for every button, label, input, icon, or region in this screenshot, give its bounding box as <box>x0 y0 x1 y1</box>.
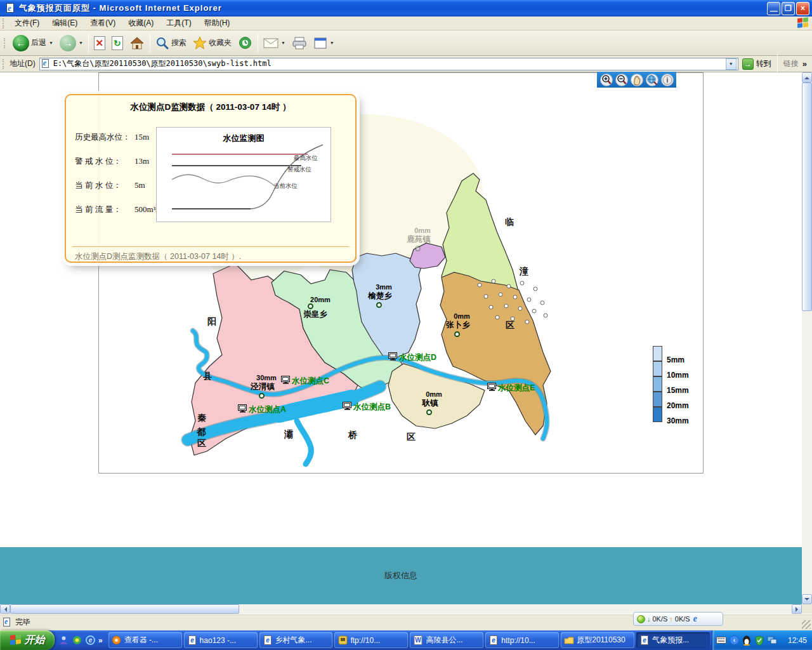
menu-item[interactable]: 工具(T) <box>160 16 197 30</box>
taskbar-task[interactable]: ehao123 -... <box>184 632 258 648</box>
links-label[interactable]: 链接 <box>783 58 799 69</box>
word-icon: W <box>413 635 423 646</box>
quick-launch: e » <box>55 630 107 650</box>
popup-field-value: 5m <box>134 180 145 190</box>
pan-button[interactable] <box>631 74 643 86</box>
zoom-out-button[interactable] <box>615 74 628 86</box>
water-station-marker[interactable]: 水位测点C <box>281 375 329 387</box>
computer-icon <box>281 376 291 384</box>
taskbar-task[interactable]: W高陵县公... <box>410 632 483 648</box>
water-station-label: 水位测点B <box>353 402 391 413</box>
history-button[interactable] <box>235 32 256 54</box>
folder-icon <box>564 635 574 646</box>
menu-item[interactable]: 收藏(A) <box>122 16 160 30</box>
printer-icon <box>292 36 307 50</box>
taskbar-task[interactable]: ehttp://10... <box>485 632 559 648</box>
browser-icon[interactable] <box>72 635 82 646</box>
shield-icon[interactable] <box>754 635 764 646</box>
home-button[interactable] <box>126 32 148 54</box>
legend-label: 5mm <box>667 355 684 364</box>
water-station-marker[interactable]: 水位测点A <box>238 404 286 415</box>
mail-button[interactable]: ▼ <box>260 32 289 54</box>
task-title: ftp://10... <box>350 636 380 645</box>
menu-item[interactable]: 查看(V) <box>84 16 122 30</box>
resize-grip[interactable] <box>802 620 811 629</box>
ie-icon[interactable]: e <box>85 635 96 646</box>
stop-button[interactable]: ✕ <box>91 32 108 54</box>
town-dot <box>454 331 460 337</box>
refresh-button[interactable]: ↻ <box>108 32 126 54</box>
maximize-button[interactable]: ❐ <box>782 2 795 15</box>
water-station-marker[interactable]: 水位测点B <box>343 401 391 413</box>
back-button[interactable]: ← 后退 ▼ <box>10 32 56 54</box>
page-icon: e <box>41 59 51 69</box>
chevron-more-icon[interactable]: » <box>802 59 807 69</box>
taskbar-task[interactable]: ftp://10... <box>334 632 408 648</box>
qq-icon[interactable] <box>742 635 752 646</box>
chevron-more-icon[interactable]: » <box>98 636 103 645</box>
go-button[interactable]: → 转到 <box>742 58 771 70</box>
legend-swatch <box>653 361 662 376</box>
town-rainfall-value: 0mm <box>426 390 442 398</box>
zoom-in-button[interactable] <box>600 74 613 86</box>
start-button[interactable]: 开始 <box>0 630 55 650</box>
keyboard-icon[interactable] <box>716 635 726 646</box>
town-dot <box>415 246 421 251</box>
chart-line-label: 当前水位 <box>273 182 298 190</box>
download-arrow-icon: ↓ <box>647 615 651 623</box>
water-station-marker[interactable]: 水位测点D <box>388 352 436 363</box>
task-title: 气象预报... <box>652 635 689 646</box>
scroll-right-button[interactable] <box>792 604 802 614</box>
download-speed: 0K/S <box>653 615 668 623</box>
horizontal-scroll-thumb[interactable] <box>10 604 239 614</box>
full-extent-button[interactable] <box>646 74 658 86</box>
chevron-down-icon: ▼ <box>49 41 53 45</box>
legend-swatch <box>653 346 662 361</box>
forward-button[interactable]: → ▼ <box>56 32 86 54</box>
taskbar-task[interactable]: e气象预报... <box>636 632 710 648</box>
chart-line-label: 警戒水位 <box>287 166 311 174</box>
address-dropdown-button[interactable]: ▼ <box>726 58 737 70</box>
print-button[interactable] <box>289 32 310 54</box>
minimize-button[interactable]: — <box>767 2 780 15</box>
district-label: 秦 <box>197 413 206 424</box>
toolbar-separator <box>258 34 258 53</box>
taskbar-task[interactable]: 原型20110530 <box>561 632 634 648</box>
scroll-up-button[interactable] <box>802 72 812 83</box>
water-station-label: 水位测点A <box>249 404 286 415</box>
town-dot <box>426 409 432 415</box>
vertical-scroll-thumb[interactable] <box>802 83 812 311</box>
edit-button[interactable]: ▼ <box>310 32 337 54</box>
clock[interactable]: 12:45 <box>788 636 807 645</box>
favorites-button[interactable]: 收藏夹 <box>190 32 235 54</box>
computer-icon <box>487 382 497 394</box>
network-icon[interactable] <box>767 635 777 646</box>
messenger-icon[interactable] <box>58 635 69 646</box>
address-input[interactable]: e E:\气象台\原型20110530\原型20110530\swyb-list… <box>39 58 738 70</box>
popup-footer-text: 水位测点D测点监测数据（ 2011-03-07 14时 ）. <box>75 251 241 262</box>
menu-item[interactable]: 文件(F) <box>8 16 46 30</box>
menu-item[interactable]: 帮助(H) <box>198 16 237 30</box>
info-button[interactable]: i <box>661 74 674 86</box>
taskbar-task[interactable]: e乡村气象... <box>259 632 333 648</box>
search-button[interactable]: 搜索 <box>152 32 190 54</box>
toolbar-grip <box>3 59 6 69</box>
scroll-down-button[interactable] <box>802 594 812 604</box>
popup-dialog: 水位测点D监测数据（ 2011-03-07 14时 ） 历史最高水位：15m警 … <box>65 94 357 263</box>
toolbar-grip <box>3 18 6 29</box>
net-speed-meter[interactable]: ↓ 0K/S ↑ 0K/S e <box>633 612 723 626</box>
go-label: 转到 <box>756 58 771 69</box>
taskbar-task[interactable]: 查看器 -... <box>108 632 182 648</box>
menu-bar: 文件(F)编辑(E)查看(V)收藏(A)工具(T)帮助(H) <box>0 17 812 30</box>
upload-speed: 0K/S <box>675 615 690 623</box>
water-station-label: 水位测点E <box>498 383 535 394</box>
close-button[interactable]: × <box>796 2 809 15</box>
window-titlebar[interactable]: e 气象预报页面原型 - Microsoft Internet Explorer… <box>0 0 812 17</box>
district-label: 阳 <box>207 316 216 328</box>
hide-icons-chevron[interactable]: ‹ <box>729 635 739 646</box>
vertical-scrollbar[interactable] <box>802 72 812 604</box>
scroll-left-button[interactable] <box>0 604 10 614</box>
water-station-marker[interactable]: 水位测点E <box>487 382 535 394</box>
menu-item[interactable]: 编辑(E) <box>46 16 84 30</box>
town-rainfall-value: 20mm <box>310 296 331 303</box>
